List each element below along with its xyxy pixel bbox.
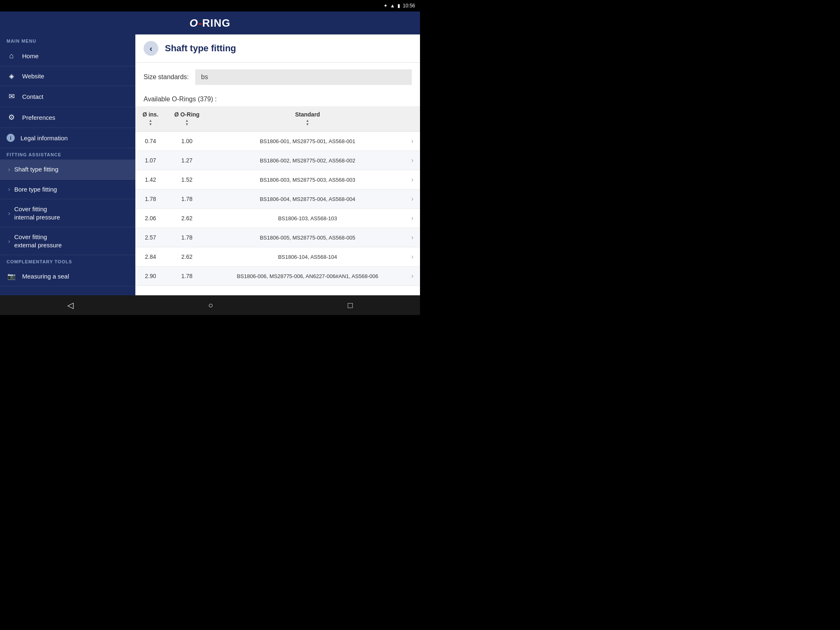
cell-oring: 1.00 [166,132,208,151]
table-body: 0.741.00BS1806-001, MS28775-001, AS568-0… [135,132,420,286]
sidebar-item-contact[interactable]: ✉ Contact [0,86,135,107]
col-header-standard[interactable]: Standard ▲ ▼ [208,106,407,132]
oring-table-container[interactable]: Ø ins. ▲ ▼ Ø O-Ring ▲ [135,106,420,295]
back-nav-button[interactable]: ◁ [59,297,82,313]
sort-standard-arrows[interactable]: ▲ ▼ [306,119,309,126]
chevron-cover-internal-icon: › [8,210,10,217]
table-row[interactable]: 2.842.62BS1806-104, AS568-104› [135,247,420,267]
title-dash: - [198,17,202,29]
sidebar-preferences-label: Preferences [22,114,55,121]
sidebar-item-measuring[interactable]: 📷 Measuring a seal [0,267,135,286]
sidebar-item-website[interactable]: ◈ Website [0,66,135,86]
sidebar-item-shaft[interactable]: › Shaft type fitting [0,160,135,180]
website-icon: ◈ [7,72,16,80]
size-standards-label: Size standards: [144,73,189,81]
cell-standard: BS1806-002, MS28775-002, AS568-002 [208,151,407,170]
col-header-arrow [407,106,420,132]
menu-nav-button[interactable]: □ [340,297,361,313]
cell-standard: BS1806-004, MS28775-004, AS568-004 [208,189,407,209]
table-row[interactable]: 1.421.52BS1806-003, MS28775-003, AS568-0… [135,170,420,189]
content-header: ‹ Shaft type fitting [135,34,420,63]
sidebar-home-label: Home [22,52,39,59]
sidebar-item-preferences[interactable]: ⚙ Preferences [0,107,135,128]
col-ins-label: Ø ins. [142,111,158,118]
info-icon: i [7,134,15,142]
sort-down-icon: ▼ [148,123,152,126]
table-row[interactable]: 0.741.00BS1806-001, MS28775-001, AS568-0… [135,132,420,151]
sidebar-item-cover-internal[interactable]: › Cover fitting internal pressure [0,199,135,227]
cell-oring: 1.27 [166,151,208,170]
home-nav-button[interactable]: ○ [200,297,221,313]
home-icon: ⌂ [7,52,16,60]
table-row[interactable]: 2.901.78BS1806-006, MS28775-006, AN6227-… [135,267,420,286]
col-standard-label: Standard [295,111,320,118]
content-area: ‹ Shaft type fitting Size standards: Ava… [135,34,420,295]
available-count: Available O-Rings (379) : [135,91,420,106]
cell-standard: BS1806-003, MS28775-003, AS568-003 [208,170,407,189]
size-standards-row: Size standards: [135,63,420,91]
col-header-ins[interactable]: Ø ins. ▲ ▼ [135,106,166,132]
sidebar-legal-label: Legal information [21,135,68,142]
row-chevron-icon[interactable]: › [407,247,420,267]
contact-icon: ✉ [7,92,16,101]
row-chevron-icon[interactable]: › [407,209,420,228]
cell-oring: 2.62 [166,247,208,267]
row-chevron-icon[interactable]: › [407,170,420,189]
sort-oring-arrows[interactable]: ▲ ▼ [185,119,189,126]
cell-oring: 1.78 [166,228,208,247]
row-chevron-icon[interactable]: › [407,189,420,209]
cell-ins: 2.90 [135,267,166,286]
title-o: O [189,17,198,29]
row-chevron-icon[interactable]: › [407,132,420,151]
status-icons: ✦ ▲ ▮ 10:56 [383,3,415,9]
bluetooth-icon: ✦ [383,3,388,9]
sidebar-item-cover-external[interactable]: › Cover fitting external pressure [0,227,135,255]
cell-ins: 2.06 [135,209,166,228]
sort-down-oring-icon: ▼ [185,123,189,126]
wifi-icon: ▲ [390,3,395,9]
cell-standard: BS1806-104, AS568-104 [208,247,407,267]
cell-ins: 0.74 [135,132,166,151]
sidebar-item-bore[interactable]: › Bore type fitting [0,180,135,200]
cell-standard: BS1806-001, MS28775-001, AS568-001 [208,132,407,151]
oring-table: Ø ins. ▲ ▼ Ø O-Ring ▲ [135,106,420,286]
table-row[interactable]: 1.781.78BS1806-004, MS28775-004, AS568-0… [135,189,420,209]
cell-standard: BS1806-103, AS568-103 [208,209,407,228]
size-standards-input[interactable] [195,69,412,85]
table-row[interactable]: 2.062.62BS1806-103, AS568-103› [135,209,420,228]
cell-standard: BS1806-005, MS28775-005, AS568-005 [208,228,407,247]
cell-oring: 1.78 [166,189,208,209]
sidebar-contact-label: Contact [22,93,43,100]
chevron-shaft-icon: › [8,166,10,173]
app-title: O-RING [189,17,231,30]
sort-ins-arrows[interactable]: ▲ ▼ [148,119,152,126]
chevron-bore-icon: › [8,186,10,192]
cell-oring: 1.52 [166,170,208,189]
sidebar-item-home[interactable]: ⌂ Home [0,46,135,66]
gear-icon: ⚙ [7,113,16,122]
complementary-label: COMPLEMENTARY TOOLS [0,255,135,267]
time-display: 10:56 [403,3,415,9]
camera-icon: 📷 [7,272,16,280]
bottom-nav: ◁ ○ □ [0,295,420,315]
back-arrow-icon: ‹ [150,44,153,53]
sidebar-item-legal[interactable]: i Legal information [0,128,135,148]
cell-ins: 1.07 [135,151,166,170]
row-chevron-icon[interactable]: › [407,228,420,247]
sidebar-shaft-label: Shaft type fitting [14,165,59,173]
chevron-cover-external-icon: › [8,238,10,244]
back-button[interactable]: ‹ [144,41,158,56]
sidebar-cover-external-label: Cover fitting external pressure [14,233,62,249]
row-chevron-icon[interactable]: › [407,267,420,286]
table-row[interactable]: 2.571.78BS1806-005, MS28775-005, AS568-0… [135,228,420,247]
row-chevron-icon[interactable]: › [407,151,420,170]
col-header-oring[interactable]: Ø O-Ring ▲ ▼ [166,106,208,132]
battery-icon: ▮ [397,3,400,9]
cell-ins: 2.84 [135,247,166,267]
fitting-label: FITTING ASSISTANCE [0,148,135,160]
table-row[interactable]: 1.071.27BS1806-002, MS28775-002, AS568-0… [135,151,420,170]
table-header-row: Ø ins. ▲ ▼ Ø O-Ring ▲ [135,106,420,132]
main-layout: MAIN MENU ⌂ Home ◈ Website ✉ Contact ⚙ P… [0,34,420,295]
sidebar: MAIN MENU ⌂ Home ◈ Website ✉ Contact ⚙ P… [0,34,135,295]
sidebar-measuring-label: Measuring a seal [22,273,69,280]
